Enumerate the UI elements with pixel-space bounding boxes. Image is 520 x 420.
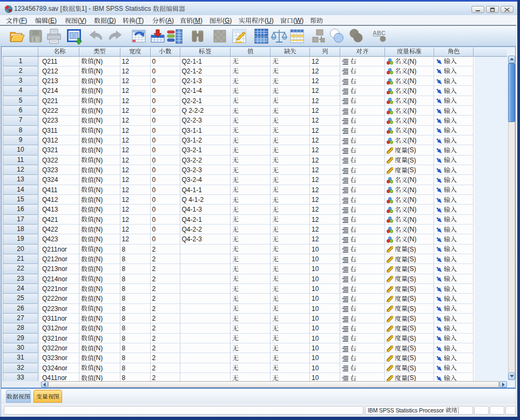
svg-text:ABC: ABC — [373, 30, 386, 36]
